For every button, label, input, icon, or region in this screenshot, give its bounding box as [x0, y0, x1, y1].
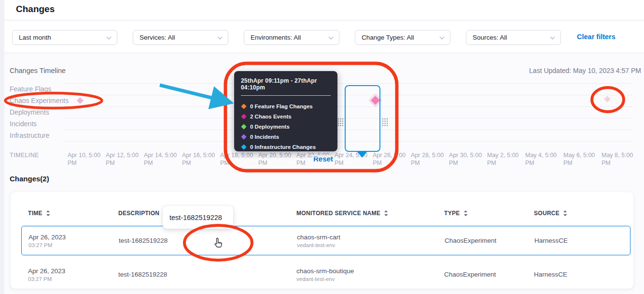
timeline-row-label: Infrastructure	[10, 132, 49, 140]
sort-icon	[463, 210, 468, 217]
services-filter[interactable]: Services: All	[133, 30, 228, 45]
changes-count-title: Changes(2)	[10, 175, 49, 183]
tooltip-caret	[192, 228, 202, 234]
row-clock: 03:27 PM	[28, 276, 65, 282]
grip-dots-icon	[337, 118, 344, 126]
axis-tick: May 6, 5:00PM	[563, 151, 601, 167]
legend-item-label: 2 Chaos Events	[250, 114, 292, 119]
column-label: TYPE	[444, 210, 460, 217]
timeline-row-label: Deployments	[10, 108, 49, 117]
column-header-description[interactable]: DESCRIPTION	[118, 210, 167, 217]
row-service: chaos-srm-cart	[297, 234, 340, 241]
table-row[interactable]: Apr 26, 2023 03:27 PM test-1682519228 ch…	[21, 261, 630, 288]
tooltip-time-range: 25thApr 09:11pm - 27thApr 04:10pm	[241, 77, 331, 91]
chevron-down-icon	[329, 34, 334, 39]
timeline-gridline	[64, 83, 632, 84]
diamond-icon	[241, 144, 246, 149]
axis-tick: May 2, 5:00PM	[487, 151, 525, 167]
column-header-source[interactable]: SOURCE	[534, 210, 567, 217]
top-header: Changes	[4, 0, 644, 20]
brush-left-handle[interactable]	[337, 118, 344, 126]
description-cell[interactable]: test-1682519228	[119, 226, 168, 255]
time-cell: Apr 26, 2023 03:27 PM	[28, 226, 66, 255]
hand-cursor-icon	[213, 237, 224, 251]
left-edge-strip	[0, 0, 4, 294]
source-cell: HarnessCE	[534, 226, 568, 255]
row-date: Apr 26, 2023	[28, 234, 66, 241]
monitored-service-cell: chaos-srm-cart vedant-test-env	[297, 226, 340, 255]
clear-filters-link[interactable]: Clear filters	[577, 33, 616, 41]
legend-item: 0 Infrastructure Changes	[241, 142, 331, 152]
timeline-brush-selection[interactable]	[345, 85, 380, 152]
timeline-row-label: Feature Flags	[10, 85, 51, 93]
axis-tick: Apr 10, 5:00PM	[68, 151, 105, 167]
legend-item-label: 0 Infrastructure Changes	[250, 144, 316, 150]
column-header-type[interactable]: TYPE	[444, 210, 468, 217]
page-title: Changes	[16, 4, 55, 15]
row-description: test-1682519228	[118, 271, 167, 278]
column-label: MONITORED SERVICE NAME	[296, 210, 380, 217]
tooltip-legend: 0 Feature Flag Changes2 Chaos Events0 De…	[241, 101, 331, 152]
row-description: test-1682519228	[119, 237, 168, 244]
last-updated-text: Last Updated: May 10, 2023 4:57 PM	[529, 67, 641, 74]
row-environment: vedant-test-env	[296, 276, 354, 282]
row-type: ChaosExperiment	[445, 237, 496, 244]
legend-item: 0 Incidents	[241, 132, 331, 142]
chaos-event-marker[interactable]	[77, 97, 84, 104]
axis-tick: Apr 18, 5:00PM	[220, 151, 258, 167]
row-type: ChaosExperiment	[444, 271, 496, 278]
legend-item: 0 Feature Flag Changes	[241, 101, 331, 111]
sort-icon	[46, 210, 50, 217]
description-hover-tooltip: test-1682519228	[163, 206, 233, 229]
chevron-down-icon	[550, 34, 555, 39]
legend-item-label: 0 Deployments	[250, 124, 290, 130]
diamond-icon	[241, 134, 246, 139]
grip-dots-icon	[382, 118, 388, 126]
timeline-row-label: Chaos Experiments	[10, 97, 69, 105]
time-range-filter[interactable]: Last month	[12, 30, 117, 45]
column-label: DESCRIPTION	[118, 210, 159, 217]
services-filter-label: Services: All	[140, 34, 175, 41]
timeline-section-title: Changes Timeline	[10, 67, 66, 74]
type-cell: ChaosExperiment	[444, 261, 496, 288]
sources-filter-label: Sources: All	[473, 34, 507, 41]
legend-item: 0 Deployments	[241, 121, 331, 132]
reset-brush-link[interactable]: Reset	[312, 155, 335, 163]
tooltip-divider	[241, 157, 331, 158]
row-environment: vedant-test-env	[297, 242, 340, 248]
diamond-icon	[241, 114, 246, 119]
legend-item-label: 0 Feature Flag Changes	[250, 103, 313, 109]
change-types-filter[interactable]: Change Types: All	[355, 30, 450, 45]
environments-filter[interactable]: Environments: All	[244, 30, 339, 45]
axis-tick: Apr 16, 5:00PM	[182, 151, 220, 167]
description-cell[interactable]: test-1682519228	[118, 261, 167, 288]
time-cell: Apr 26, 2023 03:27 PM	[28, 261, 65, 288]
brush-right-handle[interactable]	[382, 118, 388, 126]
chevron-down-icon	[440, 34, 445, 39]
time-range-filter-label: Last month	[19, 34, 51, 41]
row-source: HarnessCE	[534, 237, 568, 244]
row-clock: 03:27 PM	[28, 242, 66, 248]
chaos-event-marker[interactable]	[604, 96, 611, 103]
axis-tick: May 8, 5:00PM	[602, 151, 639, 167]
changes-page: Changes Last month Services: All Environ…	[0, 0, 644, 294]
sort-icon	[384, 210, 388, 217]
column-label: TIME	[28, 210, 42, 217]
environments-filter-label: Environments: All	[251, 34, 301, 41]
axis-tick: Apr 26, 5:00PM	[373, 151, 410, 167]
axis-tick: Apr 20, 5:00PM	[258, 151, 296, 167]
chevron-down-icon	[218, 34, 223, 39]
table-row[interactable]: Apr 26, 2023 03:27 PM test-1682519228 ch…	[21, 226, 630, 255]
timeline-row-label: Incidents	[10, 120, 37, 128]
source-cell: HarnessCE	[534, 261, 567, 288]
column-header-monitored-service[interactable]: MONITORED SERVICE NAME	[296, 210, 388, 217]
column-header-time[interactable]: TIME	[28, 210, 50, 217]
sources-filter[interactable]: Sources: All	[466, 30, 561, 45]
filter-bar: Last month Services: All Environments: A…	[4, 21, 644, 53]
diamond-icon	[241, 103, 246, 109]
row-source: HarnessCE	[534, 271, 567, 278]
axis-tick: Apr 30, 5:00PM	[449, 151, 487, 167]
legend-item-label: 0 Incidents	[250, 134, 279, 140]
monitored-service-cell: chaos-srm-boutique vedant-test-env	[296, 261, 354, 288]
axis-tick: Apr 12, 5:00PM	[106, 151, 143, 167]
